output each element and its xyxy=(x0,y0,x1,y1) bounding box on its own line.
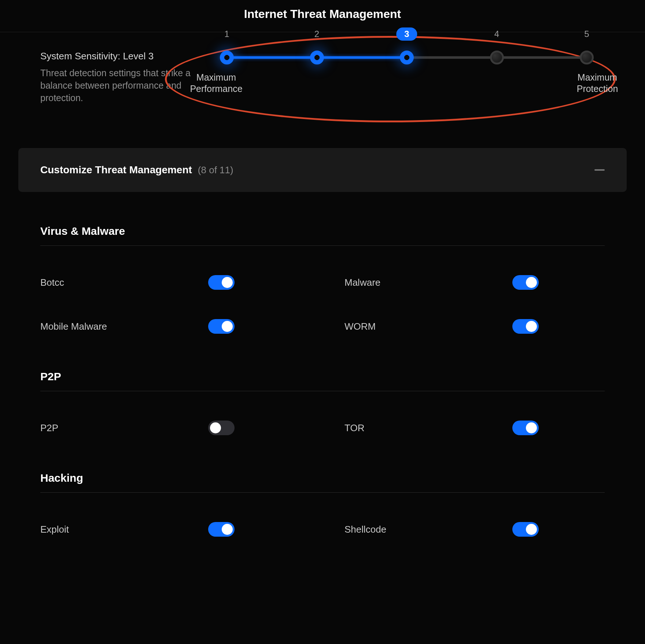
toggle-knob xyxy=(210,422,221,433)
toggle-grid: ExploitShellcode xyxy=(40,522,605,537)
sensitivity-level-5[interactable]: 5 xyxy=(580,51,594,64)
sensitivity-level-label: 4 xyxy=(494,29,499,39)
sensitivity-level-2[interactable]: 2 xyxy=(310,51,324,64)
section-title: P2P xyxy=(40,370,605,391)
toggle-label: Malware xyxy=(344,277,380,288)
toggle-label: Mobile Malware xyxy=(40,321,107,332)
toggle-label: Exploit xyxy=(40,524,69,535)
sensitivity-slider[interactable]: 12345 xyxy=(220,51,594,64)
sensitivity-level-label: 3 xyxy=(396,27,417,41)
toggle-row: WORM xyxy=(344,319,605,334)
toggle-label: Botcc xyxy=(40,277,64,288)
customize-title: Customize Threat Management xyxy=(40,164,192,176)
toggle-shellcode[interactable] xyxy=(512,522,539,537)
section-p2p: P2PP2PTOR xyxy=(18,370,627,435)
toggle-label: TOR xyxy=(344,422,364,434)
sensitivity-level-4[interactable]: 4 xyxy=(490,51,504,64)
toggle-knob xyxy=(222,524,233,535)
sensitivity-title: System Sensitivity: Level 3 xyxy=(40,51,194,62)
toggle-knob xyxy=(526,524,537,535)
section-virus-malware: Virus & MalwareBotccMalwareMobile Malwar… xyxy=(18,225,627,334)
toggle-label: P2P xyxy=(40,422,58,434)
section-title: Hacking xyxy=(40,472,605,493)
toggle-p2p[interactable] xyxy=(208,421,235,435)
toggle-row: Exploit xyxy=(40,522,301,537)
toggle-mobile-malware[interactable] xyxy=(208,319,235,334)
sensitivity-level-1[interactable]: 1 xyxy=(220,51,234,64)
sensitivity-max-label: Maximum Protection xyxy=(561,72,634,95)
toggle-tor[interactable] xyxy=(512,421,539,435)
toggle-malware[interactable] xyxy=(512,275,539,290)
sensitivity-description: Threat detection settings that strike a … xyxy=(40,67,194,104)
toggle-row: Mobile Malware xyxy=(40,319,301,334)
collapse-icon[interactable] xyxy=(594,169,605,171)
customize-count: (8 of 11) xyxy=(198,164,233,176)
divider xyxy=(0,32,645,32)
page-title: Internet Threat Management xyxy=(0,0,645,32)
toggle-row: P2P xyxy=(40,421,301,435)
toggle-worm[interactable] xyxy=(512,319,539,334)
toggle-label: WORM xyxy=(344,321,376,332)
sections-container: Virus & MalwareBotccMalwareMobile Malwar… xyxy=(18,225,627,537)
toggle-knob xyxy=(222,277,233,288)
toggle-row: Botcc xyxy=(40,275,301,290)
toggle-knob xyxy=(526,321,537,332)
sensitivity-section: System Sensitivity: Level 3 Threat detec… xyxy=(18,51,627,104)
section-title: Virus & Malware xyxy=(40,225,605,246)
toggle-knob xyxy=(222,321,233,332)
toggle-row: Malware xyxy=(344,275,605,290)
sensitivity-level-label: 5 xyxy=(584,29,589,39)
toggle-knob xyxy=(526,422,537,433)
toggle-exploit[interactable] xyxy=(208,522,235,537)
toggle-row: TOR xyxy=(344,421,605,435)
toggle-grid: BotccMalwareMobile MalwareWORM xyxy=(40,275,605,334)
section-hacking: HackingExploitShellcode xyxy=(18,472,627,537)
customize-card[interactable]: Customize Threat Management (8 of 11) xyxy=(18,148,627,192)
toggle-knob xyxy=(526,277,537,288)
sensitivity-min-label: Maximum Performance xyxy=(180,72,253,95)
toggle-grid: P2PTOR xyxy=(40,421,605,435)
sensitivity-level-label: 2 xyxy=(314,29,319,39)
toggle-row: Shellcode xyxy=(344,522,605,537)
sensitivity-level-label: 1 xyxy=(224,29,229,39)
toggle-label: Shellcode xyxy=(344,524,386,535)
sensitivity-level-3[interactable]: 3 xyxy=(400,51,414,64)
toggle-botcc[interactable] xyxy=(208,275,235,290)
